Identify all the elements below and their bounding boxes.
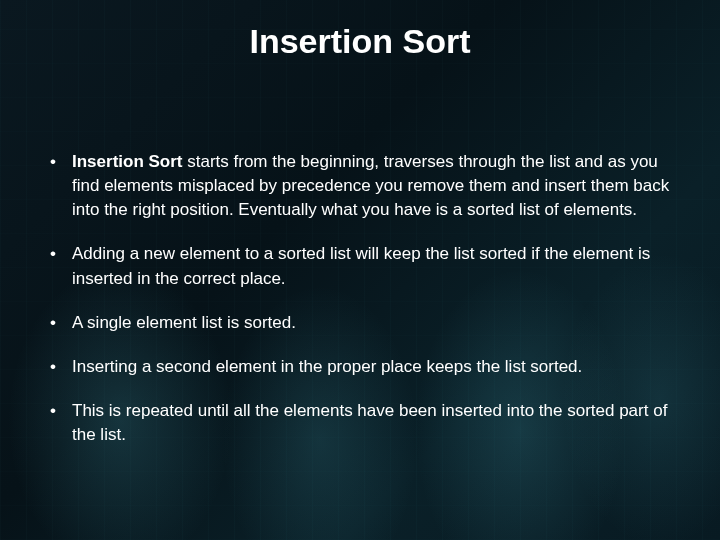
bullet-text: This is repeated until all the elements … [72,401,667,444]
slide-title: Insertion Sort [0,22,720,61]
list-item: This is repeated until all the elements … [44,399,676,447]
list-item: A single element list is sorted. [44,311,676,335]
bullet-list: Insertion Sort starts from the beginning… [44,150,676,447]
slide-body: Insertion Sort starts from the beginning… [44,150,676,467]
list-item: Insertion Sort starts from the beginning… [44,150,676,222]
bullet-text: A single element list is sorted. [72,313,296,332]
slide: Insertion Sort Insertion Sort starts fro… [0,0,720,540]
list-item: Adding a new element to a sorted list wi… [44,242,676,290]
bullet-text: Adding a new element to a sorted list wi… [72,244,650,287]
bullet-lead: Insertion Sort [72,152,183,171]
bullet-text: Inserting a second element in the proper… [72,357,582,376]
list-item: Inserting a second element in the proper… [44,355,676,379]
